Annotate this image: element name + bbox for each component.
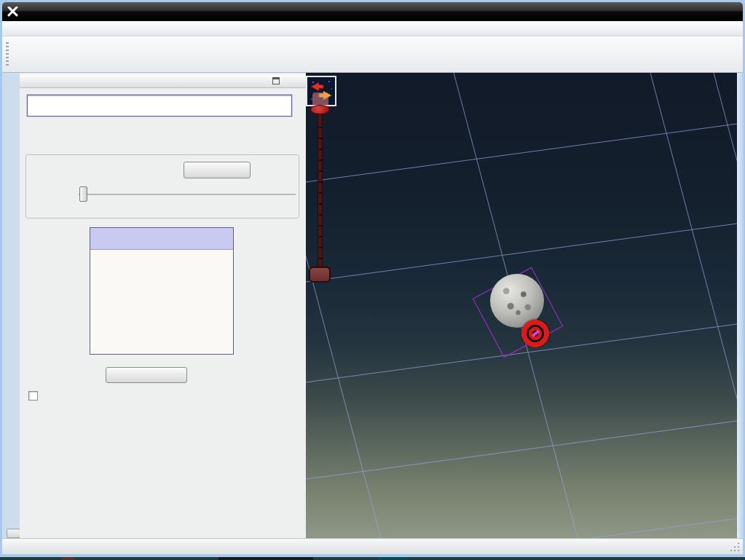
calendar — [69, 227, 254, 357]
calendar-month-column-right — [234, 227, 254, 355]
toolbar — [2, 36, 743, 73]
calendar-header — [90, 228, 233, 250]
prohibit-time-changes-checkbox[interactable] — [28, 391, 38, 401]
status-bar — [2, 538, 743, 554]
zoom-slider-ticks — [319, 117, 322, 264]
increment-dropdown[interactable] — [184, 162, 251, 178]
menu-bar — [2, 21, 743, 36]
toolbar-grip[interactable] — [6, 42, 9, 67]
date-and-time-panel — [20, 73, 306, 538]
calendar-weekday-row — [90, 239, 233, 249]
resize-grip[interactable] — [730, 543, 740, 552]
iss-target-marker-icon[interactable] — [520, 318, 551, 349]
application-window — [0, 0, 745, 560]
change-rate-slider[interactable] — [79, 194, 296, 196]
panel-header[interactable] — [20, 74, 306, 88]
zoom-slider-track[interactable] — [318, 114, 323, 267]
sky-chart[interactable] — [306, 73, 737, 538]
sidebar-scroll-down-button[interactable] — [7, 529, 20, 538]
change-rate-slider-handle[interactable] — [79, 186, 87, 202]
float-panel-icon[interactable] — [272, 77, 280, 84]
zoom-out-button[interactable] — [309, 267, 331, 283]
taskbar-edge — [0, 557, 745, 560]
calendar-month-column-left — [69, 227, 89, 355]
calendar-box — [90, 227, 234, 355]
datetime-display[interactable] — [27, 95, 292, 117]
chart-vertical-scrollbar[interactable] — [737, 73, 744, 538]
theskyx-logo-icon — [7, 7, 19, 17]
title-bar[interactable] — [2, 2, 743, 21]
advance-retreat-group — [25, 154, 299, 218]
prohibit-time-changes-row — [28, 391, 42, 401]
set-specific-time-button[interactable] — [106, 367, 187, 383]
sidebar-tab-strip — [2, 73, 20, 538]
